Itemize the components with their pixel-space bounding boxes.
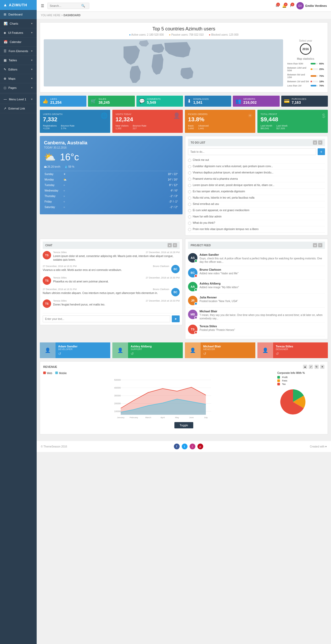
stat-box-members[interactable]: 👥 MEMBERS 216,002 — [233, 96, 279, 107]
chat-collapse-btn[interactable]: ▲ — [168, 243, 172, 247]
chat-message: TS Tereza Stiles 27 December, 2016 at 16… — [43, 276, 180, 285]
sidebar-item-editors[interactable]: ✎ Editors ▼ — [0, 65, 37, 74]
todo-item: Ex has semper alterum, expetenda digniss… — [188, 189, 325, 195]
staff-card-ashley[interactable]: 👤 Ashley Ahlberg SUPPORT ↺ — [112, 342, 183, 358]
tables-icon: ▦ — [4, 58, 7, 62]
revenue-expand-btn[interactable]: ⤢ — [309, 365, 313, 369]
content-area: Top 5 countries Azimuth users Active use… — [37, 19, 331, 441]
staff-card-michael[interactable]: 👤 Michael Blair MENECER ↺ — [185, 342, 255, 358]
bell-icon-wrapper[interactable]: 🔔 3 — [282, 4, 286, 8]
ui-features-icon: ◈ — [4, 31, 6, 35]
revenue-controls: ▲ ⤢ ↻ ✕ — [303, 365, 324, 369]
todo-add-button[interactable]: + — [318, 148, 325, 155]
sidebar-item-ui-features[interactable]: ◈ UI Features ▼ — [0, 28, 37, 37]
chat-close-btn[interactable]: ✕ — [173, 243, 177, 247]
purchases-icon: 💳 — [284, 98, 290, 104]
staff-photo: 👤 — [257, 342, 273, 358]
sidebar-item-calendar[interactable]: 📅 Calendar — [0, 37, 37, 47]
stat-box-comments[interactable]: 💬 COMMENTS 5,549 — [136, 96, 183, 107]
year-circle[interactable]: 2016 — [300, 43, 311, 55]
staff-photo: 👤 — [112, 342, 128, 358]
todo-close-btn[interactable]: ✕ — [318, 140, 322, 145]
search-input[interactable] — [50, 4, 81, 7]
user-info[interactable]: EV Emilio Verdines — [296, 2, 327, 9]
pie-area: Corporate Info With % Profit Fees — [277, 372, 324, 419]
sidebar-item-dashboard[interactable]: ⊞ Dashboard — [0, 10, 37, 19]
staff-card-adam[interactable]: 👤 Adam Sandler DEVELOPER ↺ — [40, 342, 110, 358]
sidebar-item-menu-level[interactable]: — Menu Level 1 ▼ — [0, 95, 37, 104]
logo[interactable]: ▲ AZIMUTH — [0, 0, 37, 10]
chevron-icon: ▼ — [31, 98, 33, 101]
mail-icon-wrapper[interactable]: ✉ 1 — [276, 4, 279, 8]
todo-item: Ei cum solet appareat, ex est graeci med… — [188, 208, 325, 214]
user-avatar: EV — [296, 2, 304, 9]
humidity-icon: 💧 59 % — [64, 165, 74, 168]
chevron-icon: ▼ — [31, 77, 33, 80]
staff-card-tereza[interactable]: 👤 Tereza Stiles DESIGNER ↺ — [257, 342, 328, 358]
twitter-icon[interactable]: t — [182, 444, 187, 449]
chat-send-button[interactable]: ➤ — [172, 315, 180, 322]
weather-date: TODAY 30.12.2016 — [44, 146, 178, 149]
facebook-icon[interactable]: f — [174, 444, 180, 449]
svg-text:40000: 40000 — [114, 386, 121, 389]
feed-close-btn[interactable]: ✕ — [318, 243, 322, 247]
wind-icon: 🏔 26.20 km/h — [44, 165, 60, 168]
sidebar-item-form-elements[interactable]: ☰ Form Elements ▼ — [0, 47, 37, 56]
stats-row: 👍 LIKES 21,254 🛒 SALES 38,245 💬 — [40, 96, 328, 107]
todo-item: Nulla nisl urna, lobortis in leo vel, po… — [188, 195, 325, 201]
feed-item: TS Tereza Stiles Posted photo "Protein H… — [188, 323, 325, 336]
chevron-icon: ▼ — [31, 59, 33, 62]
flag-icon-wrapper[interactable]: 🏳 1 — [290, 4, 293, 8]
instagram-icon[interactable]: i — [190, 444, 195, 449]
footer-credit: Created with ♥ — [310, 445, 327, 448]
topbar: ☰ 🔍 ✉ 1 🔔 3 🏳 1 EV — [37, 0, 331, 12]
sidebar-item-charts[interactable]: 📊 Charts ▼ — [0, 19, 37, 28]
todo-collapse-btn[interactable]: ▲ — [313, 140, 317, 145]
sidebar-item-external-link[interactable]: ↗ External Link — [0, 104, 37, 113]
search-icon: 🔍 — [81, 4, 85, 8]
todo-input[interactable] — [188, 148, 316, 155]
svg-text:May: May — [175, 416, 179, 419]
forecast-row: Saturday ○ -1° / 2° — [45, 205, 178, 210]
chat-input[interactable] — [43, 315, 170, 322]
toggle-button[interactable]: Toggle — [174, 422, 193, 428]
weather-city: Canberra, Australia — [44, 140, 178, 146]
todo-item: Proin non felis vitae ipsum dignissim te… — [188, 226, 325, 233]
sidebar-item-maps[interactable]: ⊕ Maps ▼ — [0, 74, 37, 83]
stat-row-3: Between 5M and 10M 75% — [287, 73, 324, 79]
todo-col: TO DO LIST ▲ ✕ + Check me out — [185, 136, 328, 236]
todo-item: What do you think? — [188, 220, 325, 226]
sidebar-item-pages[interactable]: ◻ Pages ▼ — [0, 83, 37, 92]
chart-legend: Web Mobile — [43, 372, 274, 375]
todo-actions: ▲ ✕ — [313, 140, 322, 145]
revenue-refresh-btn[interactable]: ↻ — [315, 365, 319, 369]
revenue-title: REVENUE — [43, 365, 57, 368]
staff-icon: ↺ — [131, 352, 152, 356]
staff-photo: 👤 — [40, 342, 56, 358]
passive-users-stat: Passive users: 758 022 010 — [169, 33, 203, 36]
stat-row-5: Less than 1M 76% — [287, 84, 324, 87]
widget-total-profit: TOTAL PROFIT $9,448 Last Month$83,541 La… — [257, 110, 328, 133]
hamburger-menu[interactable]: ☰ — [41, 4, 44, 8]
revenue-collapse-btn[interactable]: ▲ — [303, 365, 307, 369]
stat-box-downloads[interactable]: ⬇ DOWNLOADS 1,541 — [185, 96, 231, 107]
search-box[interactable]: 🔍 — [47, 3, 89, 9]
stat-box-likes[interactable]: 👍 LIKES 21,254 — [40, 96, 86, 107]
revenue-close-btn[interactable]: ✕ — [320, 365, 324, 369]
select-year-label: Select year — [287, 39, 324, 42]
breadcrumb: YOU ARE HERE > DASHBOARD — [37, 12, 331, 19]
feed-collapse-btn[interactable]: ▲ — [313, 243, 317, 247]
downloads-icon: ⬇ — [187, 98, 191, 104]
blocked-users-stat: Blocked users: 125 000 — [209, 33, 239, 36]
stat-box-purchases[interactable]: 💳 PURCHASES 7,163 — [281, 96, 328, 107]
staff-icon: ↺ — [203, 352, 221, 356]
active-users-stat: Active users: 2 180 520 000 — [129, 33, 164, 36]
sidebar-item-tables[interactable]: ▦ Tables ▼ — [0, 56, 37, 65]
pages-icon: ◻ — [4, 86, 6, 90]
pinterest-icon[interactable]: p — [197, 444, 203, 449]
topbar-right: ✉ 1 🔔 3 🏳 1 EV Emilio Verdines — [276, 2, 327, 9]
map-section: Top 5 countries Azimuth users Active use… — [40, 22, 328, 92]
widget-picked-orders: PICKED ORDERS 13.8% Basic3,692 Advanced1… — [185, 110, 255, 133]
stat-row-1: More than 50M 65% — [287, 62, 324, 65]
stat-box-sales[interactable]: 🛒 SALES 38,245 — [88, 96, 135, 107]
